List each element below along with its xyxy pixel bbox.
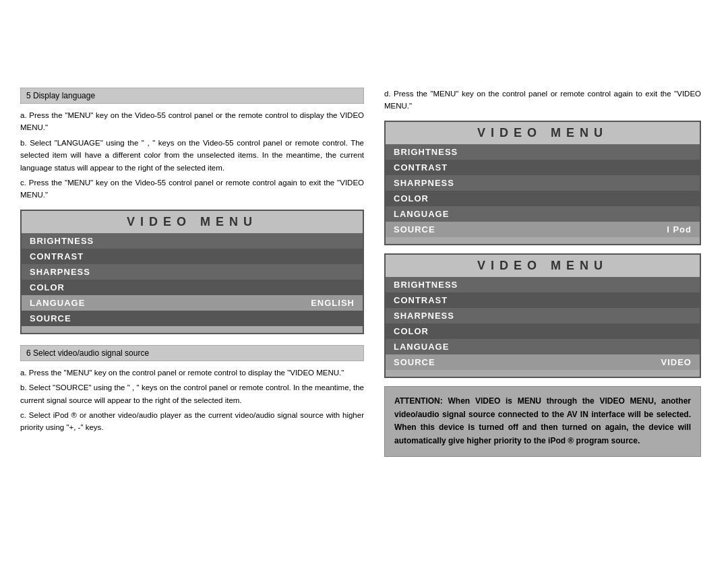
menu1-sharpness: SHARPNESS [22,264,363,280]
page: 5 Display language a. Press the "MENU" k… [0,0,728,562]
menu2-sharpness: SHARPNESS [386,175,700,191]
attention-text: ATTENTION: When VIDEO is MENU through th… [394,395,691,448]
left-column: 5 Display language a. Press the "MENU" k… [20,13,364,549]
menu3-title: VIDEO MENU [386,255,700,277]
right-column: d. Press the "MENU" key on the control p… [384,13,701,549]
menu1-footer [22,326,363,333]
menu2-brightness: BRIGHTNESS [386,144,700,160]
section6-step-b: b. Select "SOURCE" using the " , " keys … [20,381,364,406]
section5-step-b: b. Select "LANGUAGE" using the " , " key… [20,137,364,174]
menu3-source: SOURCE VIDEO [386,354,700,370]
section5-header: 5 Display language [20,88,364,104]
menu3-contrast: CONTRAST [386,292,700,308]
video-menu-2: VIDEO MENU BRIGHTNESS CONTRAST SHARPNESS… [384,121,701,245]
menu3-sharpness: SHARPNESS [386,308,700,323]
menu3-brightness: BRIGHTNESS [386,277,700,292]
menu3-color: COLOR [386,323,700,339]
menu2-title: VIDEO MENU [386,122,700,144]
menu3-language: LANGUAGE [386,339,700,354]
menu2-color: COLOR [386,191,700,206]
attention-box: ATTENTION: When VIDEO is MENU through th… [384,386,701,457]
menu3-footer [386,370,700,377]
menu2-footer [386,237,700,244]
menu2-language: LANGUAGE [386,206,700,222]
section5-step-c: c. Press the "MENU" key on the Video-55 … [20,177,364,201]
section6-step-c: c. Select iPod ® or another video/audio … [20,409,364,434]
menu2-contrast: CONTRAST [386,160,700,175]
menu1-title: VIDEO MENU [22,211,363,233]
section5-step-a: a. Press the "MENU" key on the Video-55 … [20,109,364,134]
menu1-color: COLOR [22,280,363,295]
right-step-d: d. Press the "MENU" key on the control p… [384,88,701,113]
video-menu-1: VIDEO MENU BRIGHTNESS CONTRAST SHARPNESS… [20,210,364,334]
menu1-source: SOURCE [22,311,363,326]
video-menu-3: VIDEO MENU BRIGHTNESS CONTRAST SHARPNESS… [384,253,701,378]
section6-header: 6 Select video/audio signal source [20,345,364,361]
menu1-contrast: CONTRAST [22,249,363,264]
section6-step-a: a. Press the "MENU" key on the control p… [20,367,364,379]
menu1-language: LANGUAGE ENGLISH [22,295,363,311]
menu1-brightness: BRIGHTNESS [22,233,363,249]
menu2-source: SOURCE I Pod [386,222,700,237]
